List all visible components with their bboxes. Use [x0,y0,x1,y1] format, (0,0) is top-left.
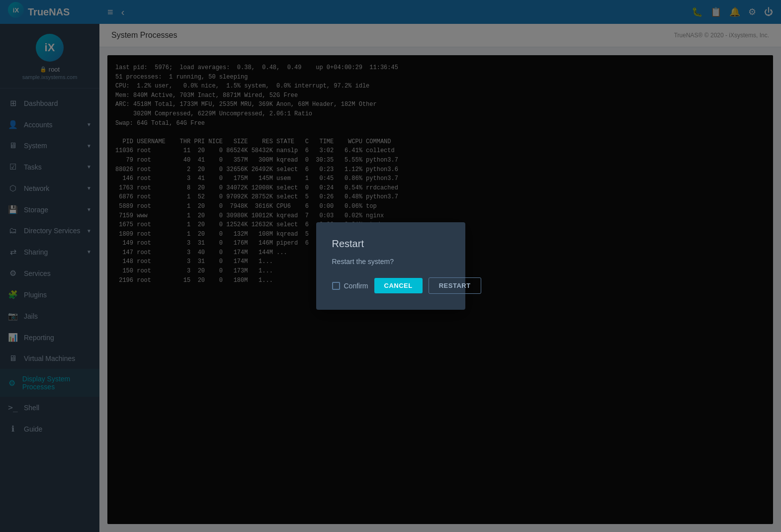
modal-footer: Confirm CANCEL RESTART [332,277,449,294]
modal-overlay: Restart Restart the system? Confirm CANC… [0,0,781,532]
confirm-label: Confirm [344,282,368,290]
modal-title: Restart [332,238,449,250]
restart-button[interactable]: RESTART [429,277,481,294]
confirm-checkbox[interactable] [332,282,340,290]
confirm-row: Confirm [332,282,368,290]
cancel-button[interactable]: CANCEL [374,278,423,293]
modal-body: Restart the system? [332,258,449,266]
restart-modal: Restart Restart the system? Confirm CANC… [316,222,465,310]
